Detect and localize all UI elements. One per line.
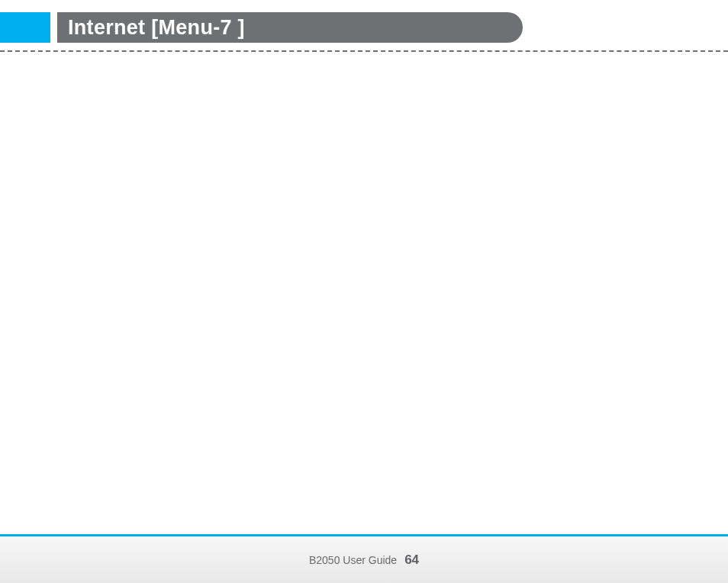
footer-bar: B2050 User Guide 64 xyxy=(0,536,728,583)
accent-square xyxy=(0,12,50,43)
section-title: Internet [Menu-7 ] xyxy=(68,16,245,40)
section-title-pill: Internet [Menu-7 ] xyxy=(57,12,523,43)
page-footer: B2050 User Guide 64 xyxy=(0,534,728,583)
page-number: 64 xyxy=(404,552,419,568)
guide-label: B2050 User Guide xyxy=(309,554,397,566)
header-divider xyxy=(0,50,728,52)
footer-content: B2050 User Guide 64 xyxy=(309,552,419,568)
